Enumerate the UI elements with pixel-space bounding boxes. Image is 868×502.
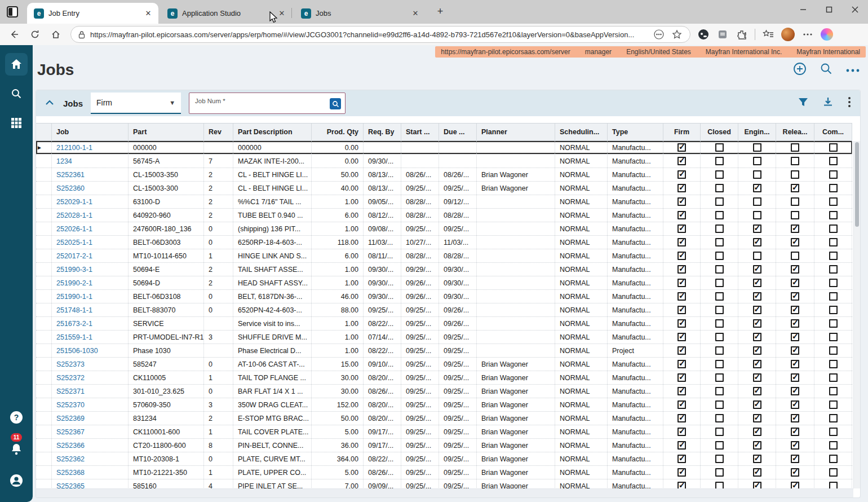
firm-checkbox[interactable] xyxy=(677,184,686,192)
column-header-planner[interactable]: Planner xyxy=(477,124,555,140)
com-checkbox[interactable] xyxy=(829,252,838,260)
closed-checkbox[interactable] xyxy=(715,360,724,368)
closed-checkbox[interactable] xyxy=(715,441,724,450)
eng-checkbox[interactable] xyxy=(753,428,761,436)
firm-checkbox[interactable] xyxy=(677,170,686,179)
rel-checkbox[interactable] xyxy=(791,224,799,233)
closed-checkbox[interactable] xyxy=(715,292,724,301)
closed-checkbox[interactable] xyxy=(715,428,724,436)
column-header-rel[interactable]: Relea... xyxy=(776,124,814,140)
table-row[interactable]: S2523735852470AT-10-06 CAST AT-...15.000… xyxy=(36,358,852,371)
filter-icon[interactable] xyxy=(798,98,808,109)
com-checkbox[interactable] xyxy=(829,319,838,328)
extension-card-icon[interactable] xyxy=(716,28,729,41)
column-header-scheduling[interactable]: Schedulin... xyxy=(555,124,608,140)
job-link[interactable]: 252028-1-1 xyxy=(56,212,92,219)
column-header-job[interactable]: Job xyxy=(52,124,129,140)
page-overflow-icon[interactable] xyxy=(845,65,860,75)
eng-checkbox[interactable] xyxy=(753,441,761,450)
com-checkbox[interactable] xyxy=(829,292,838,301)
column-header-type[interactable]: Type xyxy=(608,124,663,140)
firm-checkbox[interactable] xyxy=(677,482,686,488)
firm-checkbox[interactable] xyxy=(677,279,686,287)
job-link[interactable]: S252369 xyxy=(56,415,85,422)
table-row[interactable]: 252017-2-1MT10-10114-6501HINGE LINK AND … xyxy=(36,249,852,263)
eng-checkbox[interactable] xyxy=(753,387,761,395)
column-header-qty[interactable]: Prod. Qty xyxy=(312,124,364,140)
firm-checkbox[interactable] xyxy=(677,265,686,274)
rel-checkbox[interactable] xyxy=(791,197,799,206)
rel-checkbox[interactable] xyxy=(791,184,799,192)
rel-checkbox[interactable] xyxy=(791,441,799,450)
job-num-input[interactable]: Job Num * xyxy=(189,93,346,114)
firm-checkbox[interactable] xyxy=(677,468,686,477)
job-link[interactable]: S252371 xyxy=(56,387,85,395)
table-row[interactable]: 252029-1-163100-D2%%C1 7/16" TAIL ...1.0… xyxy=(36,195,852,209)
eng-checkbox[interactable] xyxy=(753,306,761,314)
com-checkbox[interactable] xyxy=(829,157,838,165)
firm-checkbox[interactable] xyxy=(677,292,686,301)
rel-checkbox[interactable] xyxy=(791,428,799,436)
closed-checkbox[interactable] xyxy=(715,468,724,477)
column-header-desc[interactable]: Part Description xyxy=(233,124,312,140)
com-checkbox[interactable] xyxy=(829,224,838,233)
rel-checkbox[interactable] xyxy=(791,482,799,488)
rel-checkbox[interactable] xyxy=(791,333,799,341)
eng-checkbox[interactable] xyxy=(753,238,761,246)
closed-checkbox[interactable] xyxy=(715,265,724,274)
table-row[interactable]: 251673-2-1SERVICEService visit to ins...… xyxy=(36,317,852,331)
table-row[interactable]: 251559-1-1PRT-UMODEL-IN7-R13SHUFFLE DRIV… xyxy=(36,331,852,344)
firm-checkbox[interactable] xyxy=(677,252,686,260)
table-row[interactable]: 252028-1-1640920-9602TUBE BELT 0.940 ...… xyxy=(36,209,852,222)
job-search-icon[interactable] xyxy=(330,98,341,109)
rel-checkbox[interactable] xyxy=(791,346,799,355)
com-checkbox[interactable] xyxy=(829,170,838,179)
eng-checkbox[interactable] xyxy=(753,468,761,477)
com-checkbox[interactable] xyxy=(829,346,838,355)
sidebar-search-icon[interactable] xyxy=(5,82,28,105)
eng-checkbox[interactable] xyxy=(753,373,761,382)
new-tab-button[interactable]: + xyxy=(435,7,445,17)
job-link[interactable]: 212100-1-1 xyxy=(56,144,92,152)
column-header-part[interactable]: Part xyxy=(129,124,204,140)
table-row[interactable]: S252366CT20-11800-6008PIN-BELT, CONNE...… xyxy=(36,439,852,452)
table-row[interactable]: 251990-2-150694-D2HEAD SHAFT ASSY...1.00… xyxy=(36,276,852,290)
url-more-icon[interactable] xyxy=(653,28,665,41)
refresh-icon[interactable] xyxy=(28,28,42,41)
firm-checkbox[interactable] xyxy=(677,373,686,382)
table-row[interactable]: S252372CK1100051TAIL TOP FLANGE ...30.00… xyxy=(36,371,852,385)
favorites-bar-icon[interactable] xyxy=(762,28,774,41)
closed-checkbox[interactable] xyxy=(715,238,724,246)
rel-checkbox[interactable] xyxy=(791,170,799,179)
home-icon[interactable] xyxy=(49,28,63,41)
table-row[interactable]: 251990-1-1BELT-06D31080BELT, 6187DN-36-.… xyxy=(36,290,852,303)
column-header-firm[interactable]: Firm xyxy=(663,124,701,140)
com-checkbox[interactable] xyxy=(829,306,838,314)
sidebar-apps-icon[interactable] xyxy=(5,112,28,134)
closed-checkbox[interactable] xyxy=(715,211,724,219)
job-link[interactable]: S252373 xyxy=(56,360,85,368)
horizontal-scrollbar[interactable] xyxy=(36,488,853,497)
job-link[interactable]: S252366 xyxy=(56,442,85,450)
closed-checkbox[interactable] xyxy=(715,346,724,355)
eng-checkbox[interactable] xyxy=(753,197,761,206)
closed-checkbox[interactable] xyxy=(715,184,724,192)
table-row[interactable]: S252360CL-15003-3002CL - BELT HINGE LI..… xyxy=(36,182,852,195)
job-link[interactable]: S252362 xyxy=(56,455,85,463)
help-icon[interactable]: ? xyxy=(5,406,28,429)
eng-checkbox[interactable] xyxy=(753,414,761,422)
table-row[interactable]: 123456745-A7MAZAK INTE-I-200...0.0009/30… xyxy=(36,155,852,168)
scrollbar-thumb[interactable] xyxy=(855,142,859,227)
com-checkbox[interactable] xyxy=(829,197,838,206)
rel-checkbox[interactable] xyxy=(791,414,799,422)
copilot-icon[interactable] xyxy=(821,28,833,41)
rel-checkbox[interactable] xyxy=(791,292,799,301)
column-header-due[interactable]: Due ... xyxy=(439,124,477,140)
firm-checkbox[interactable] xyxy=(677,360,686,368)
eng-checkbox[interactable] xyxy=(753,333,761,341)
firm-checkbox[interactable] xyxy=(677,414,686,422)
extensions-puzzle-icon[interactable] xyxy=(736,28,748,41)
com-checkbox[interactable] xyxy=(829,428,838,436)
table-row[interactable]: 252025-1-1BELT-06D300306250RP-18-4-603-.… xyxy=(36,236,852,249)
firm-checkbox[interactable] xyxy=(677,319,686,328)
